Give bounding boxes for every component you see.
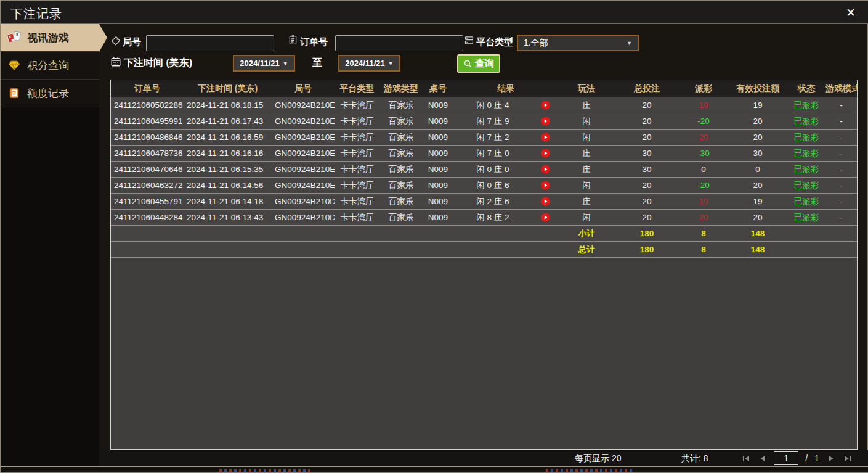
per-page-text: 每页显示 20 (575, 453, 621, 464)
page-separator: / (805, 453, 808, 463)
cell-playtype: 闲 (558, 180, 615, 191)
cell-game: 百家乐 (379, 164, 423, 175)
background-game-strip (1, 466, 868, 472)
total-count-value: 8 (704, 453, 708, 463)
cell-table: N009 (423, 197, 453, 206)
col-header-validbet: 有效投注额 (728, 83, 787, 94)
cell-time: 2024-11-21 06:14:18 (184, 197, 272, 206)
table-row[interactable]: 241121060495991 2024-11-21 06:17:43 GN00… (111, 113, 857, 130)
bet-records-dialog: 下注记录 ✕ 9 K 视讯游戏 积分查询 (0, 0, 868, 473)
replay-play-icon[interactable] (532, 165, 558, 174)
total-count-label: 共计: (681, 453, 701, 463)
sidebar-item-label: 额度记录 (27, 86, 69, 101)
cell-platform: 卡卡湾厅 (335, 100, 379, 111)
cell-table: N009 (423, 181, 453, 190)
last-page-icon[interactable] (843, 452, 853, 464)
platform-type-icon (464, 35, 474, 48)
replay-play-icon[interactable] (532, 181, 558, 190)
cell-validbet: 20 (728, 213, 787, 222)
table-row[interactable]: 241121060486846 2024-11-21 06:16:59 GN00… (111, 130, 857, 146)
platform-type-select[interactable]: 1.全部 ▼ (517, 35, 639, 51)
cell-status: 已派彩 (787, 212, 825, 223)
platform-type-value: 1.全部 (524, 38, 548, 49)
table-row[interactable]: 241121060463272 2024-11-21 06:14:56 GN00… (111, 178, 857, 194)
bet-time-label: 下注时间 (美东) (124, 57, 192, 70)
date-from-picker[interactable]: 2024/11/21 ▼ (233, 55, 295, 72)
page-number-input[interactable] (774, 451, 798, 465)
cell-mode: - (825, 213, 857, 222)
cell-round: GN00924B210DZ (272, 197, 335, 206)
cell-playtype: 庄 (558, 148, 615, 159)
replay-play-icon[interactable] (532, 149, 558, 158)
prev-page-icon[interactable] (757, 452, 767, 464)
cell-result: 闲 8 庄 2 (453, 212, 532, 223)
first-page-icon[interactable] (740, 452, 750, 464)
table-row[interactable]: 241121060478736 2024-11-21 06:16:16 GN00… (111, 146, 857, 162)
cell-game: 百家乐 (379, 148, 423, 159)
sidebar: 9 K 视讯游戏 积分查询 额度记 (1, 24, 99, 467)
cell-totalbet: 30 (615, 165, 679, 174)
date-to-value: 2024/11/21 (345, 59, 384, 68)
search-icon (463, 59, 473, 68)
table-header-row: 订单号 下注时间 (美东) 局号 平台类型 游戏类型 桌号 结果 玩法 总投注 … (111, 80, 857, 97)
subtotal-payout: 8 (679, 229, 728, 238)
table-row[interactable]: 241121060502286 2024-11-21 06:18:15 GN00… (111, 97, 857, 113)
cell-result: 闲 0 庄 0 (453, 164, 532, 175)
table-row[interactable]: 241121060470646 2024-11-21 06:15:35 GN00… (111, 162, 857, 178)
cell-playtype: 庄 (558, 100, 615, 111)
table-row[interactable]: 241121060448284 2024-11-21 06:13:43 GN00… (111, 210, 857, 226)
date-to-picker[interactable]: 2024/11/21 ▼ (338, 55, 400, 72)
sidebar-item-points-query[interactable]: 积分查询 (1, 52, 99, 80)
document-icon (7, 86, 22, 100)
pager: / 1 (740, 451, 853, 465)
cell-mode: - (825, 133, 857, 142)
cell-round: GN00924B210E5 (272, 101, 335, 110)
per-page-value: 20 (612, 453, 622, 463)
cell-payout: 20 (679, 133, 728, 142)
round-number-input[interactable] (146, 35, 274, 51)
cell-result: 闲 2 庄 6 (453, 196, 532, 207)
cell-table: N009 (423, 117, 453, 126)
cell-payout: 0 (679, 165, 728, 174)
col-header-result: 结果 (453, 83, 558, 94)
cell-table: N009 (423, 213, 453, 222)
order-number-label: 订单号 (300, 36, 328, 48)
query-button[interactable]: 查询 (457, 54, 500, 73)
sidebar-item-video-games[interactable]: 9 K 视讯游戏 (1, 24, 99, 52)
cell-order: 241121060448284 (111, 213, 184, 222)
cell-payout: 19 (679, 197, 728, 206)
table-row[interactable]: 241121060455791 2024-11-21 06:14:18 GN00… (111, 194, 857, 210)
replay-play-icon[interactable] (532, 213, 558, 222)
gem-icon (7, 59, 22, 72)
cell-validbet: 20 (728, 117, 787, 126)
subtotal-label: 小计 (558, 228, 615, 239)
cell-status: 已派彩 (787, 164, 825, 175)
col-header-game: 游戏类型 (379, 83, 423, 94)
close-icon[interactable]: ✕ (843, 5, 859, 21)
cell-playtype: 闲 (558, 132, 615, 143)
col-header-playtype: 玩法 (558, 83, 615, 94)
col-header-table: 桌号 (423, 83, 453, 94)
col-header-time: 下注时间 (美东) (184, 83, 272, 94)
order-number-input[interactable] (335, 35, 463, 51)
sidebar-item-label: 视讯游戏 (27, 31, 69, 45)
cell-validbet: 20 (728, 181, 787, 190)
cell-validbet: 0 (728, 165, 787, 174)
cell-time: 2024-11-21 06:16:59 (184, 133, 272, 142)
replay-play-icon[interactable] (532, 117, 558, 126)
sidebar-item-quota-records[interactable]: 额度记录 (1, 80, 99, 107)
calendar-icon (110, 56, 121, 70)
next-page-icon[interactable] (826, 452, 836, 464)
cell-order: 241121060478736 (111, 149, 184, 158)
subtotal-valid-bet: 148 (728, 229, 787, 238)
cell-totalbet: 20 (615, 101, 679, 110)
replay-play-icon[interactable] (532, 197, 558, 206)
replay-play-icon[interactable] (532, 101, 558, 110)
cell-platform: 卡卡湾厅 (335, 148, 379, 159)
cell-status: 已派彩 (787, 116, 825, 127)
replay-play-icon[interactable] (532, 133, 558, 142)
cell-mode: - (825, 197, 857, 206)
cell-round: GN00924B210E2 (272, 149, 335, 158)
cell-game: 百家乐 (379, 196, 423, 207)
cell-result: 闲 0 庄 6 (453, 180, 532, 191)
